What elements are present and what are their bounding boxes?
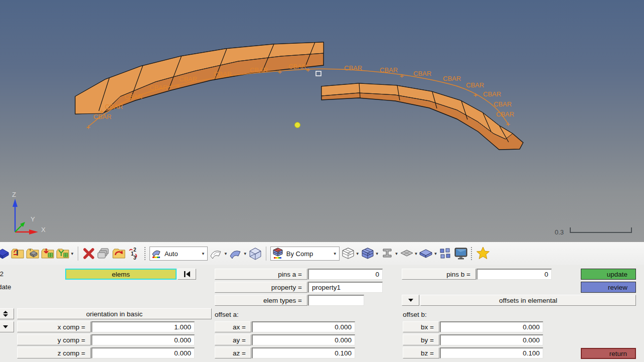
dropdown-caret-icon[interactable]: ▼: [333, 252, 337, 256]
ax-input[interactable]: 0.000: [252, 321, 355, 332]
load-profile-folder-icon[interactable]: [56, 247, 70, 261]
property-label-button[interactable]: property =: [215, 282, 307, 293]
ay-label-button[interactable]: ay =: [215, 334, 251, 345]
dropdown-caret-icon[interactable]: ▼: [70, 252, 74, 256]
offset-b-label: offset b:: [403, 309, 427, 319]
y-comp-label-button[interactable]: y comp =: [17, 334, 91, 345]
delete-icon[interactable]: [82, 247, 96, 261]
ax-label-button[interactable]: ax =: [215, 321, 251, 332]
solid-geometry-icon[interactable]: [0, 247, 10, 261]
offsets-mode-button[interactable]: offsets in elemental: [420, 295, 636, 306]
dropdown-caret-icon[interactable]: ▼: [375, 252, 379, 256]
color-by-comp-cube-icon: [272, 248, 283, 260]
toolbar-separator: [144, 247, 145, 260]
favorites-star-icon[interactable]: [475, 247, 490, 261]
beam-representation-icon[interactable]: [380, 247, 394, 261]
x-comp-label-button[interactable]: x comp =: [17, 321, 91, 332]
dropdown-caret-icon[interactable]: ▼: [201, 252, 205, 256]
pins-b-label-button[interactable]: pins b =: [402, 269, 476, 280]
multi-window-icon[interactable]: [438, 247, 452, 261]
bz-input[interactable]: 0.100: [440, 347, 543, 358]
z-axis-label: Z: [12, 191, 16, 198]
az-input[interactable]: 0.100: [252, 347, 355, 358]
element-end-plus-marker: +: [400, 71, 404, 80]
pins-b-input[interactable]: 0: [476, 269, 552, 280]
shaded-mode-combobox[interactable]: Auto ▼: [149, 247, 208, 261]
scale-value: 0.3: [555, 228, 564, 236]
cbar-element-label: CBAR: [250, 66, 268, 74]
open-model-folder-icon[interactable]: [11, 247, 25, 261]
wireframe-elements-cube-icon[interactable]: [341, 247, 355, 261]
cbar-element-label: CBAR: [149, 84, 168, 91]
elem-types-input[interactable]: [308, 295, 364, 306]
by-input[interactable]: 0.000: [440, 334, 543, 345]
property-input[interactable]: property1: [308, 282, 383, 293]
x-comp-input[interactable]: 1.000: [91, 321, 195, 332]
elems-selector-button[interactable]: elems: [65, 269, 177, 280]
bars-panel: r2 date elems pins a = 0 pins b = 0 upda…: [0, 265, 644, 362]
dropdown-caret-icon[interactable]: ▼: [414, 252, 418, 256]
z-comp-input[interactable]: 0.000: [91, 347, 195, 358]
clipped-subpanel-text-2: date: [0, 282, 11, 292]
down-triangle-icon: [408, 298, 414, 302]
element-end-plus-marker: +: [473, 90, 478, 99]
bx-label-button[interactable]: bx =: [403, 321, 439, 332]
bx-input[interactable]: 0.000: [440, 321, 543, 332]
ay-input[interactable]: 0.000: [252, 334, 355, 345]
skip-back-icon: [183, 271, 191, 278]
z-comp-label-button[interactable]: z comp =: [17, 347, 91, 358]
bz-label-button[interactable]: bz =: [403, 347, 439, 358]
pins-a-input[interactable]: 0: [308, 269, 383, 280]
cbar-element-label: CBAR: [179, 75, 197, 83]
pins-a-label-button[interactable]: pins a =: [215, 269, 307, 280]
shaded-geometry-icon[interactable]: [229, 247, 243, 261]
reset-selection-button[interactable]: [178, 269, 196, 280]
cbar-element-label: CBAR: [483, 90, 501, 98]
organize-folder-icon[interactable]: [112, 247, 126, 261]
cbar-element-label: CBAR: [214, 70, 232, 78]
axes-triad: Z Y X: [12, 191, 46, 234]
y-comp-input[interactable]: 0.000: [91, 334, 195, 345]
offset-a-label: offset a:: [215, 309, 239, 319]
element-end-plus-marker: +: [86, 123, 91, 131]
card-image-icon[interactable]: [97, 247, 111, 261]
element-end-plus-marker: +: [506, 119, 511, 128]
graphics-viewport[interactable]: ++++++++ CBARCBARCBARCBARCBARCBARCBARCBA…: [0, 0, 644, 242]
up-down-triangles-icon: [3, 311, 8, 317]
x-axis-label: X: [41, 226, 46, 233]
dropdown-caret-icon[interactable]: ▼: [243, 252, 247, 256]
update-button[interactable]: update: [581, 269, 636, 280]
wireframe-geometry-icon[interactable]: [209, 247, 223, 261]
orientation-cycle-button[interactable]: [0, 308, 14, 319]
node-sphere[interactable]: [295, 123, 300, 128]
renumber-icon[interactable]: 213: [127, 247, 141, 261]
dropdown-caret-icon[interactable]: ▼: [224, 252, 228, 256]
element-handle-square[interactable]: [316, 71, 321, 76]
vector-dropdown-button[interactable]: [0, 321, 14, 332]
by-label-button[interactable]: by =: [403, 334, 439, 345]
cbar-element-label: CBAR: [443, 75, 461, 82]
cbar-element-label: CBAR: [124, 93, 142, 100]
elem-types-label-button[interactable]: elem types =: [215, 295, 307, 306]
3d-representation-icon[interactable]: [419, 247, 433, 261]
transparent-cube-icon[interactable]: [248, 247, 262, 261]
dropdown-caret-icon[interactable]: ▼: [395, 252, 399, 256]
color-mode-combobox[interactable]: By Comp ▼: [270, 247, 340, 261]
offsets-mode-dropdown-button[interactable]: [402, 295, 419, 306]
2d-representation-icon[interactable]: [400, 247, 414, 261]
performance-graphics-monitor-icon[interactable]: [453, 247, 467, 261]
model-scene: ++++++++ CBARCBARCBARCBARCBARCBARCBARCBA…: [0, 0, 644, 242]
dropdown-caret-icon[interactable]: ▼: [356, 252, 360, 256]
orientation-mode-button[interactable]: orientation in basic: [17, 308, 212, 319]
shaded-elements-cube-icon[interactable]: [361, 247, 375, 261]
return-button[interactable]: return: [581, 348, 636, 359]
import-file-folder-icon[interactable]: [41, 247, 55, 261]
shaded-mode-value: Auto: [165, 250, 178, 258]
az-label-button[interactable]: az =: [215, 347, 251, 358]
color-mode-value: By Comp: [286, 250, 313, 258]
cbar-element-label: CBAR: [413, 70, 431, 77]
export-block-folder-icon[interactable]: t: [26, 247, 40, 261]
dropdown-caret-icon[interactable]: ▼: [433, 252, 437, 256]
cbar-element-label: CBAR: [93, 113, 111, 120]
review-button[interactable]: review: [581, 282, 636, 293]
